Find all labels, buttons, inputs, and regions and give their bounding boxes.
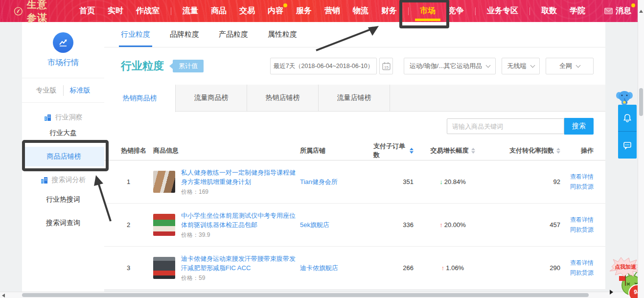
view-details-link[interactable]: 查看详情 <box>570 259 594 267</box>
collapse-arrow-icon[interactable] <box>610 290 613 295</box>
rank-value: 1 <box>121 178 153 185</box>
speedup-label: 点我加速 <box>609 256 642 277</box>
same-goods-source-link[interactable]: 同款货源 <box>570 183 594 191</box>
calendar-icon: 15 <box>382 62 391 70</box>
envelope-icon <box>604 8 613 14</box>
shop-link[interactable]: Tian健身会所 <box>300 178 338 185</box>
product-price: 价格：169 <box>181 188 299 196</box>
bell-icon <box>622 113 632 123</box>
horizontal-scroll-thumb[interactable] <box>22 293 589 297</box>
nav-market[interactable]: 市场 <box>420 6 436 16</box>
scroll-up-arrow[interactable] <box>639 10 643 13</box>
sort-icon[interactable] <box>410 148 414 154</box>
version-switcher: 专业版 标准版 <box>22 78 104 103</box>
tab-pro-version[interactable]: 专业版 <box>30 85 64 96</box>
nav-content[interactable]: 内容 <box>268 6 283 16</box>
nav-war-room[interactable]: 作战室 <box>136 6 160 16</box>
tab-traffic-product-rank[interactable]: 流量商品榜 <box>176 85 247 111</box>
floating-toolbar <box>618 105 637 159</box>
tab-standard-version[interactable]: 标准版 <box>64 85 97 96</box>
granularity-tabs: 行业粒度 品牌粒度 产品粒度 属性粒度 <box>104 22 605 47</box>
view-details-link[interactable]: 查看详情 <box>570 216 594 224</box>
search-input[interactable] <box>447 118 564 134</box>
notification-dot <box>283 3 287 7</box>
nav-divider <box>475 7 476 15</box>
sidebar-group-search-words[interactable]: 搜索词分析 <box>22 174 104 186</box>
growth-arrow: ↑ <box>439 221 443 229</box>
col-product: 商品信息 <box>153 146 300 155</box>
sidebar-group-industry-insight[interactable]: 行业洞察 <box>22 112 104 123</box>
growth-arrow: ↓ <box>439 178 443 185</box>
feedback-button[interactable] <box>618 132 637 159</box>
nav-trade[interactable]: 交易 <box>239 6 255 16</box>
notifications-button[interactable] <box>618 105 637 132</box>
nav-traffic[interactable]: 流量 <box>183 6 198 16</box>
rank-value: 3 <box>121 264 153 272</box>
sidebar-title: 市场行情 <box>47 58 79 68</box>
sidebar-item-industry-dashboard[interactable]: 行业大盘 <box>22 123 104 143</box>
growth-value: ↓ 20.84% <box>414 178 492 185</box>
product-title-link[interactable]: 迪卡侬健身运动束腰发汗带腰带束腹带发汗减肥塑形减脂FIC ACC <box>181 254 299 273</box>
scroll-left-arrow[interactable] <box>2 294 5 298</box>
col-growth-sortable[interactable]: 交易增长幅度 <box>414 146 492 155</box>
horizontal-scrollbar <box>0 292 644 298</box>
terminal-dropdown[interactable]: 无线端 <box>502 58 540 74</box>
nav-messages[interactable]: 消息 <box>604 6 631 16</box>
nav-goods[interactable]: 商品 <box>211 6 227 16</box>
sidebar-item-search-word-query[interactable]: 搜索词查询 <box>22 213 104 233</box>
growth-value: ↑ 1.06% <box>414 264 492 272</box>
nav-marketing[interactable]: 营销 <box>324 6 340 16</box>
search-button[interactable]: 搜索 <box>564 118 594 135</box>
product-image[interactable] <box>153 214 175 236</box>
tab-product-granularity[interactable]: 产品粒度 <box>219 22 248 47</box>
nav-data-extract[interactable]: 取数 <box>541 6 557 16</box>
table-row: 3 迪卡侬健身运动束腰发汗带腰带束腹带发汗减肥塑形减脂FIC ACC 价格：59… <box>104 247 605 290</box>
table-row: 1 私人健身教练一对一定制健身指导课程健身方案增肌增重健身计划 价格：169 T… <box>104 160 605 204</box>
col-orders-sortable[interactable]: 支付子订单数 <box>373 142 414 160</box>
chevron-down-icon <box>486 63 491 68</box>
tab-hot-product-rank[interactable]: 热销商品榜 <box>104 85 176 112</box>
product-title-link[interactable]: 中小学生坐位体前屈测试仪中考专用座位体前驱训练器体检正品包邮 <box>181 211 299 229</box>
app-logo[interactable]: 生意参谋 <box>14 0 56 24</box>
nav-service[interactable]: 服务 <box>296 6 312 16</box>
nav-logistics[interactable]: 物流 <box>353 6 368 16</box>
product-image[interactable] <box>153 171 175 193</box>
sort-icon[interactable] <box>556 148 560 154</box>
vertical-scroll-thumb[interactable] <box>639 88 643 116</box>
sidebar-item-hot-search-words[interactable]: 行业热搜词 <box>22 190 104 209</box>
date-range-picker[interactable]: 最近7天（2018-06-04~2018-06-10） <box>270 58 377 74</box>
shop-link[interactable]: 5ek旗舰店 <box>300 221 329 229</box>
nav-competition[interactable]: 竞争 <box>448 6 464 16</box>
same-goods-source-link[interactable]: 同款货源 <box>570 269 594 277</box>
nav-finance[interactable]: 财务 <box>381 6 397 16</box>
tab-attribute-granularity[interactable]: 属性粒度 <box>268 22 297 47</box>
sidebar-item-product-shop-rank[interactable]: 商品店铺榜 <box>22 147 104 166</box>
logo-icon <box>14 5 23 18</box>
shop-link[interactable]: 迪卡侬旗舰店 <box>300 264 338 272</box>
product-price: 价格：39.9 <box>181 231 299 239</box>
tab-traffic-shop-rank[interactable]: 流量店铺榜 <box>319 85 390 111</box>
nav-academy[interactable]: 学院 <box>570 6 585 16</box>
same-goods-source-link[interactable]: 同款货源 <box>570 226 594 234</box>
search-bar: 搜索 <box>104 112 605 141</box>
sort-icon[interactable] <box>471 148 475 154</box>
product-price: 价格：59 <box>181 274 299 282</box>
product-image[interactable] <box>153 257 175 279</box>
nav-business-zone[interactable]: 业务专区 <box>487 6 518 16</box>
rank-tabs: 热销商品榜 流量商品榜 热销店铺榜 流量店铺榜 <box>104 85 605 112</box>
product-title-link[interactable]: 私人健身教练一对一定制健身指导课程健身方案增肌增重健身计划 <box>181 168 299 186</box>
nav-home[interactable]: 首页 <box>79 6 95 16</box>
speedup-bubble[interactable]: 点我加速 <box>609 256 642 277</box>
vertical-scrollbar <box>638 0 644 298</box>
logo-text: 生意参谋 <box>27 0 56 24</box>
tab-hot-shop-rank[interactable]: 热销店铺榜 <box>247 85 319 111</box>
scope-dropdown[interactable]: 全网 <box>546 58 594 74</box>
tab-industry-granularity[interactable]: 行业粒度 <box>121 22 150 47</box>
nav-realtime[interactable]: 实时 <box>108 6 123 16</box>
tab-brand-granularity[interactable]: 品牌粒度 <box>170 22 199 47</box>
col-conversion-sortable[interactable]: 支付转化率指数 <box>492 146 560 155</box>
category-dropdown[interactable]: 运动/瑜伽/...其它运动用品 <box>404 58 496 74</box>
view-details-link[interactable]: 查看详情 <box>570 173 594 181</box>
notification-dot <box>631 3 635 7</box>
calendar-button[interactable]: 15 <box>379 58 393 74</box>
